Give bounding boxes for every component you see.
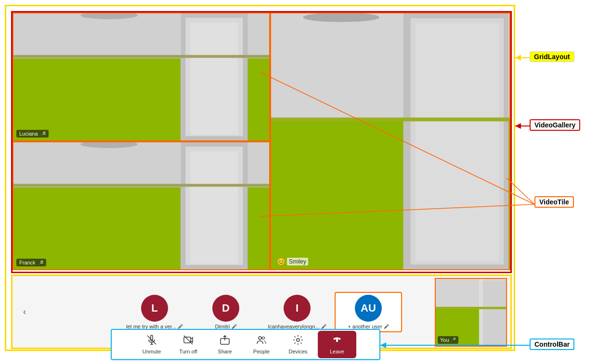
grid-layout: Luciana 🎤̶ Franck: [5, 5, 515, 351]
strip-name-au: + another user 🎤: [348, 324, 389, 329]
mic-off-l: 🎤: [178, 324, 183, 329]
annotation-video-gallery: VideoGallery: [530, 119, 580, 131]
svg-rect-32: [436, 307, 507, 309]
video-tile-smiley: 😊 Smiley: [270, 13, 510, 270]
mic-off-au: 🎤: [384, 324, 389, 329]
video-gallery: Luciana 🎤̶ Franck: [11, 11, 512, 273]
mic-off-i: 🎤: [321, 324, 326, 329]
strip-name-d: Dimitri 🎤: [215, 324, 236, 329]
avatar-d: D: [212, 295, 239, 322]
unmute-label: Unmute: [143, 349, 161, 354]
leave-icon: [332, 335, 342, 348]
unmute-button[interactable]: Unmute: [135, 333, 169, 356]
turnoff-icon: [183, 335, 194, 348]
svg-point-40: [259, 337, 261, 339]
leave-label: Leave: [330, 349, 344, 354]
svg-rect-15: [190, 151, 238, 264]
annotation-video-tile: VideoTile: [534, 196, 574, 208]
share-label: Share: [218, 349, 232, 354]
video-tile-franck: Franck 🎤̶: [13, 141, 270, 270]
you-label: You 🎤: [438, 336, 458, 344]
share-icon: [220, 335, 230, 348]
franck-name: Franck: [19, 260, 36, 265]
share-button[interactable]: Share: [208, 333, 242, 356]
devices-label: Devices: [288, 349, 307, 354]
svg-point-41: [262, 337, 265, 339]
people-label: People: [253, 349, 270, 354]
strip-name-l: let me try with a ver... 🎤: [126, 324, 183, 329]
franck-label: Franck 🎤̶: [16, 259, 46, 266]
luciana-label: Luciana 🎤̶: [16, 130, 49, 138]
you-mic-icon: 🎤: [451, 338, 456, 342]
turnoff-button[interactable]: Turn off: [171, 333, 205, 356]
strip-tile-au[interactable]: AU + another user 🎤: [335, 292, 402, 332]
smiley-name: Smiley: [287, 258, 308, 265]
strip-tile-d[interactable]: D Dimitri 🎤: [192, 295, 260, 329]
svg-rect-43: [336, 339, 338, 342]
luciana-mic-icon: 🎤̶: [40, 131, 46, 137]
avatar-au: AU: [355, 295, 382, 322]
svg-rect-6: [190, 23, 238, 135]
devices-icon: [293, 335, 303, 348]
leave-button[interactable]: Leave: [318, 331, 356, 358]
control-bar: Unmute Turn off Share: [111, 329, 380, 360]
svg-rect-31: [483, 281, 506, 345]
devices-button[interactable]: Devices: [281, 333, 315, 356]
strip-tiles: L let me try with a ver... 🎤 D Dimitri 🎤…: [32, 292, 491, 332]
svg-rect-37: [184, 337, 191, 343]
svg-rect-16: [13, 184, 269, 187]
strip-tile-i[interactable]: I Icanhaveaverylongn... 🎤: [263, 295, 331, 329]
people-icon: [256, 335, 267, 348]
annotation-control-bar: ControlBar: [530, 339, 574, 350]
people-button[interactable]: People: [245, 333, 278, 356]
svg-rect-24: [416, 23, 499, 262]
turnoff-label: Turn off: [179, 349, 197, 354]
franck-mic-icon: 🎤̶: [38, 260, 43, 265]
luciana-name: Luciana: [19, 131, 38, 137]
strip-tile-l[interactable]: L let me try with a ver... 🎤: [121, 295, 188, 329]
you-tile: You 🎤: [435, 278, 507, 347]
svg-rect-7: [13, 55, 269, 58]
strip-left-arrow[interactable]: ‹: [17, 302, 32, 322]
avatar-i: I: [284, 295, 311, 322]
svg-rect-25: [271, 117, 509, 121]
unmute-icon: [146, 335, 157, 348]
video-tile-luciana: Luciana 🎤̶: [13, 13, 270, 141]
svg-point-42: [297, 339, 299, 341]
mic-off-d: 🎤: [232, 324, 237, 329]
svg-rect-30: [479, 279, 483, 347]
strip-name-i: Icanhaveaverylongn... 🎤: [268, 324, 326, 329]
smiley-label: 😊 Smiley: [274, 257, 311, 266]
avatar-l: L: [141, 295, 168, 322]
annotation-grid-layout: GridLayout: [530, 51, 574, 62]
